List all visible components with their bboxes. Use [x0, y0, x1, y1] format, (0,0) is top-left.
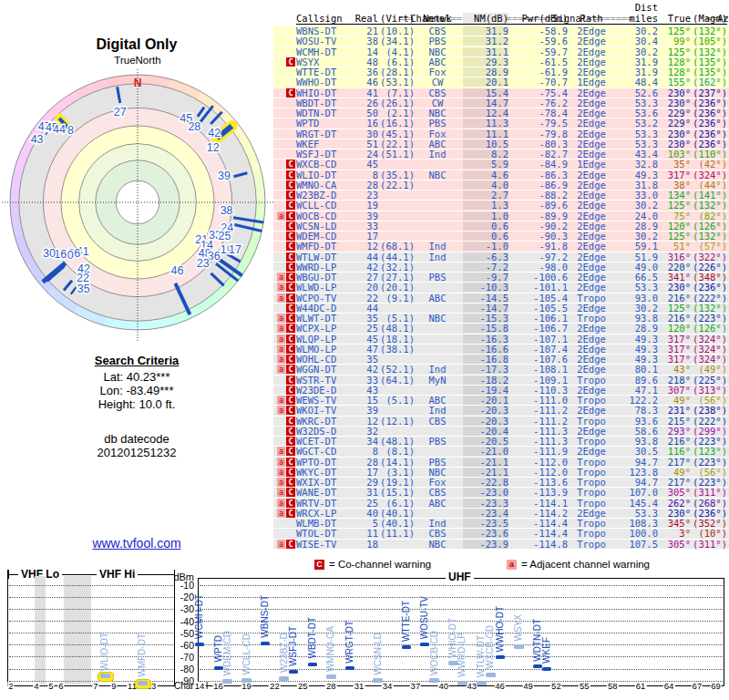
channel-tick-label: 49	[522, 682, 534, 691]
callsign: WLWD-LP	[296, 283, 336, 292]
dist-group-header: Dist	[612, 2, 658, 13]
callsign: W23BZ-D	[296, 190, 336, 200]
radar-channel-label: 28	[188, 120, 200, 133]
station-marker	[326, 674, 336, 679]
station-marker	[477, 681, 487, 685]
co-channel-flag: C	[286, 88, 295, 98]
co-channel-legend-icon: C	[314, 560, 324, 570]
table-row: aCWLWD-LP20(20.1)-10.3-101.12Edge53.3230…	[273, 283, 729, 293]
co-channel-flag: C	[286, 427, 295, 436]
adjacent-channel-flag: a	[277, 211, 285, 221]
co-channel-flag: C	[286, 273, 295, 282]
radar-channel-label: 35	[77, 283, 90, 295]
station-label: WSYX	[513, 614, 523, 641]
dbm-tick-label: -10	[167, 580, 194, 591]
col-nm: NM(dB)	[463, 13, 508, 24]
channel-tick-label: 9	[110, 682, 117, 691]
adjacent-channel-legend-text: = Adjacent channel warning	[521, 559, 650, 570]
station-marker	[420, 643, 429, 646]
signal-charts: C = Co-channel warning a = Adjacent chan…	[0, 556, 729, 700]
tvfool-link[interactable]: www.tvfool.com	[0, 536, 273, 551]
co-channel-flag: C	[286, 211, 295, 221]
adjacent-channel-flag: a	[277, 509, 285, 518]
co-channel-flag: C	[286, 324, 295, 333]
search-height: Height: 10.0 ft.	[0, 397, 273, 411]
search-lon: Lon: -83.49***	[0, 384, 273, 397]
callsign: WRCX-LP	[296, 509, 336, 518]
svg-text:TrueNorth: TrueNorth	[114, 55, 160, 66]
dbm-tick-label: -60	[167, 640, 194, 651]
callsign: WCET-DT	[296, 437, 336, 446]
table-row: aCWGCT-CD8(8.1)-21.0-111.92Edge30.5116°(…	[273, 447, 729, 457]
station-marker	[100, 674, 110, 678]
co-channel-flag: C	[286, 252, 295, 262]
co-channel-flag: C	[286, 201, 295, 210]
table-body: WBNS-DT21(10.1)CBS31.9-58.92Edge30.2125°…	[273, 26, 729, 550]
adjacent-channel-legend-icon: a	[507, 560, 517, 570]
svg-text:N: N	[134, 77, 142, 89]
channel-tick-label: 46	[494, 682, 506, 691]
adjacent-channel-flag: a	[277, 324, 285, 333]
radar-channel-label: 8	[67, 124, 74, 137]
adjacent-channel-flag: a	[277, 273, 285, 282]
dbm-tick-label: -30	[167, 603, 194, 614]
co-channel-flag: C	[286, 180, 295, 190]
radar-channel-label: 23	[197, 257, 210, 270]
adjacent-channel-flag: a	[277, 396, 285, 405]
radar-channel-label: 12	[207, 141, 220, 154]
co-channel-legend-text: = Co-channel warning	[329, 559, 431, 570]
col-true: True	[658, 13, 691, 24]
co-channel-flag: C	[286, 221, 295, 231]
gridline	[9, 621, 173, 622]
radar-channel-label: 39	[218, 170, 231, 182]
station-marker	[261, 642, 270, 645]
dbm-tick-label: -90	[167, 675, 194, 686]
channel-tick-label: 52	[550, 682, 562, 691]
channel-tick-label: 37	[410, 682, 422, 691]
table-row: CWMFD-DT12(68.1)Ind-1.0-91.82Edge59.151°…	[273, 242, 729, 252]
callsign: WTTE-DT	[296, 67, 336, 77]
station-label: WWRD-LP	[457, 633, 467, 677]
col-netwk: Netwk	[416, 13, 458, 24]
callsign: WKOI-TV	[296, 406, 336, 415]
station-label: WPTD	[213, 635, 223, 662]
table-row: aCWANE-DT31(15.1)CBS-23.0-113.9Tropo107.…	[273, 488, 729, 498]
adjacent-channel-flag: a	[277, 478, 285, 487]
station-marker	[195, 643, 204, 646]
callsign: WWRD-LP	[296, 262, 336, 272]
callsign: WPTD	[296, 118, 319, 128]
channel-tick-label: 40	[438, 682, 450, 691]
callsign: WKRC-DT	[296, 417, 336, 426]
co-channel-flag: C	[286, 499, 295, 508]
co-channel-flag: C	[286, 447, 295, 456]
table-row: WOSU-TV38(34.1)PBS31.2-59.62Edge30.499°(…	[273, 36, 729, 46]
callsign: WCLL-CD	[296, 201, 336, 210]
table-row: aCWKOI-TV39Ind-20.3-111.22Edge78.3231°(2…	[273, 406, 729, 416]
co-channel-flag: C	[286, 335, 295, 344]
co-channel-flag: C	[286, 406, 295, 415]
callsign: WTOL-DT	[296, 529, 336, 538]
radar-channel-label: 16	[54, 248, 67, 261]
col-pwr: Pwr(dBm)	[512, 13, 568, 24]
callsign: WMNO-CA	[296, 180, 336, 190]
callsign: WWHO-DT	[296, 77, 336, 87]
station-label: WSFJ-DT	[288, 626, 298, 666]
adjacent-channel-flag: a	[277, 314, 285, 323]
station-marker	[279, 676, 289, 681]
channel-tick-label: 4	[33, 682, 39, 691]
station-label: WLIO-DT	[99, 633, 109, 671]
callsign: WCPX-LP	[296, 324, 336, 333]
adjacent-channel-flag: a	[277, 335, 285, 344]
col-virt: (Virt)	[378, 13, 415, 24]
co-channel-flag: C	[286, 232, 295, 241]
co-channel-flag: C	[286, 355, 295, 364]
channel-tick-label: 55	[579, 682, 590, 691]
radar-channel-label: 27	[114, 106, 127, 118]
station-label: WKEF	[541, 637, 551, 664]
db-datecode-value: 201201251232	[0, 446, 273, 459]
adjacent-channel-flag: a	[277, 406, 285, 415]
co-channel-flag: C	[286, 488, 295, 497]
table-row: WTOL-DT11(11.1)CBS-23.6-114.4Tropo100.03…	[273, 529, 729, 539]
callsign: WOSU-TV	[296, 36, 336, 46]
station-label: WDEM-CD	[222, 631, 232, 675]
